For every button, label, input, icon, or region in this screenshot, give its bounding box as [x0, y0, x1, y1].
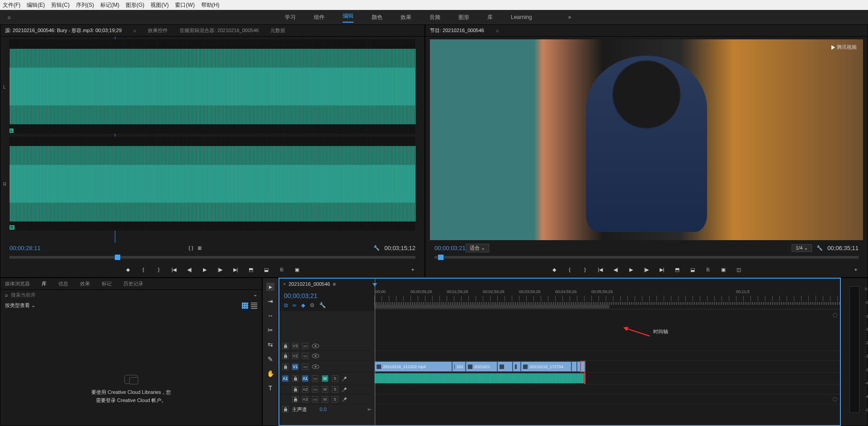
- go-out-icon[interactable]: ▶|: [232, 267, 239, 273]
- tab-effect-controls[interactable]: 效果控件: [148, 27, 168, 34]
- tab-effects[interactable]: 效果: [80, 280, 90, 287]
- a3-toggle[interactable]: ▭: [312, 396, 318, 402]
- v3-lock[interactable]: [282, 343, 288, 349]
- p-extract-icon[interactable]: ⬓: [689, 267, 696, 273]
- ws-assembly[interactable]: 组件: [314, 14, 325, 21]
- track-v2[interactable]: V2: [292, 353, 298, 359]
- home-icon[interactable]: ⌂: [0, 14, 18, 20]
- tab-menu-icon[interactable]: ≡: [133, 28, 136, 33]
- v2-lock[interactable]: [282, 353, 288, 359]
- a1-toggle[interactable]: ▭: [312, 375, 318, 382]
- menu-edit[interactable]: 编辑(E): [27, 1, 45, 9]
- step-back-icon[interactable]: ◀|: [186, 267, 193, 273]
- track-v3-lane[interactable]: [374, 341, 840, 351]
- menu-window[interactable]: 窗口(W): [175, 1, 194, 9]
- menu-sequence[interactable]: 序列(S): [76, 1, 94, 9]
- source-timecode-current[interactable]: 00;00;28;11: [9, 245, 41, 251]
- p-go-out-icon[interactable]: ▶|: [658, 267, 665, 273]
- p-camera-icon[interactable]: ◫: [735, 267, 742, 273]
- tab-media-browser[interactable]: 媒体浏览器: [5, 280, 30, 287]
- add-marker-tl-icon[interactable]: ◆: [301, 302, 305, 308]
- v2-eye-icon[interactable]: [312, 354, 319, 358]
- tl-wrench-icon[interactable]: 🔧: [319, 302, 326, 308]
- ws-edit[interactable]: 编辑: [343, 12, 354, 23]
- slip-tool-icon[interactable]: ⇆: [266, 341, 274, 349]
- video-clip-0[interactable]: 20210216_212202.mp4: [374, 361, 452, 372]
- grid-view-icon[interactable]: [242, 303, 248, 309]
- track-v3[interactable]: V3: [292, 343, 298, 349]
- sequence-close-icon[interactable]: ×: [283, 281, 286, 287]
- track-a1[interactable]: A1: [302, 375, 308, 382]
- sequence-name[interactable]: 20210216_000546: [288, 281, 330, 287]
- master-expand-icon[interactable]: ⇤: [368, 407, 372, 412]
- menu-clip[interactable]: 剪辑(C): [51, 1, 70, 9]
- tab-history[interactable]: 历史记录: [123, 280, 143, 287]
- src-a1[interactable]: A1: [282, 375, 288, 382]
- ws-effects[interactable]: 效果: [401, 14, 411, 21]
- tab-info[interactable]: 信息: [58, 280, 68, 287]
- ripple-tool-icon[interactable]: ↔: [266, 312, 274, 320]
- p-export-icon[interactable]: ⎘: [704, 267, 712, 272]
- menu-graphics[interactable]: 图形(G): [126, 1, 144, 9]
- timeline-playhead[interactable]: [375, 279, 375, 425]
- track-a3-lane[interactable]: [374, 394, 840, 404]
- tab-markers[interactable]: 标记: [102, 280, 112, 287]
- tab-libraries[interactable]: 库: [42, 280, 47, 287]
- camera-icon[interactable]: ▣: [293, 267, 301, 273]
- a3-solo[interactable]: S: [332, 396, 338, 402]
- master-value[interactable]: 0.0: [320, 407, 326, 412]
- video-clip-4[interactable]: [513, 361, 521, 372]
- view-by-select[interactable]: 按类型查看 ⌄: [5, 302, 35, 309]
- library-search-input[interactable]: [11, 292, 250, 298]
- list-view-icon[interactable]: [251, 303, 257, 309]
- a1-solo[interactable]: S: [332, 375, 338, 382]
- source-scrub-thumb[interactable]: [115, 255, 120, 260]
- track-v2-lane[interactable]: [374, 351, 840, 361]
- p-step-back-icon[interactable]: ◀|: [612, 267, 619, 273]
- menu-file[interactable]: 文件(F): [3, 1, 20, 9]
- v3-eye-icon[interactable]: [312, 344, 319, 348]
- snap-icon[interactable]: ⧉: [284, 302, 288, 308]
- p-go-in-icon[interactable]: |◀: [597, 267, 604, 273]
- export-frame-icon[interactable]: ⎘: [278, 267, 285, 272]
- v3-toggle[interactable]: ▭: [302, 343, 308, 349]
- timeline-tracks[interactable]: 20210216_212202.mp4202202102120210216_17…: [374, 311, 840, 425]
- ws-audio[interactable]: 音频: [429, 14, 440, 21]
- video-clip-2[interactable]: 2021021: [466, 361, 497, 372]
- menu-marker[interactable]: 标记(M): [100, 1, 119, 9]
- selection-tool-icon[interactable]: ▸: [266, 283, 274, 291]
- hand-tool-icon[interactable]: ✋: [266, 369, 274, 378]
- a2-toggle[interactable]: ▭: [312, 386, 318, 393]
- overwrite-icon[interactable]: ⬓: [263, 267, 270, 273]
- master-lock[interactable]: [282, 406, 288, 412]
- source-scrub-bar[interactable]: [0, 253, 425, 262]
- search-dropdown-icon[interactable]: ⌄: [253, 292, 257, 298]
- audio-clip-a1[interactable]: [374, 373, 584, 383]
- video-clip-6[interactable]: [571, 361, 577, 372]
- timeline-timecode[interactable]: 00;00;03;21: [284, 292, 370, 299]
- tl-scroll-top[interactable]: [833, 313, 837, 317]
- ws-learn[interactable]: 学习: [285, 14, 296, 21]
- a2-solo[interactable]: S: [332, 386, 338, 393]
- p-compare-icon[interactable]: ▣: [720, 267, 727, 273]
- a2-lock[interactable]: [292, 386, 298, 393]
- sequence-menu-icon[interactable]: ≡: [333, 281, 335, 287]
- program-scrub-thumb[interactable]: [438, 255, 443, 260]
- video-clip-8[interactable]: [580, 361, 585, 372]
- a1-mic-icon[interactable]: [342, 376, 347, 381]
- mark-out-icon[interactable]: }: [155, 267, 162, 272]
- program-video[interactable]: 腾讯视频: [430, 39, 863, 240]
- add-marker-icon[interactable]: ◆: [124, 267, 132, 273]
- v1-lock[interactable]: [282, 364, 288, 370]
- a1-mute[interactable]: M: [322, 375, 328, 382]
- ws-color[interactable]: 颜色: [372, 14, 382, 21]
- tab-metadata[interactable]: 元数据: [270, 27, 285, 34]
- ws-libraries[interactable]: 库: [487, 14, 493, 21]
- insert-icon[interactable]: ⬒: [247, 267, 255, 273]
- menu-help[interactable]: 帮助(H): [201, 1, 220, 9]
- video-clip-1[interactable]: 202: [452, 361, 466, 372]
- v1-toggle[interactable]: ▭: [302, 364, 308, 370]
- step-fwd-icon[interactable]: |▶: [217, 267, 224, 273]
- main-menu[interactable]: 文件(F) 编辑(E) 剪辑(C) 序列(S) 标记(M) 图形(G) 视图(V…: [0, 0, 868, 10]
- video-clip-3[interactable]: [497, 361, 513, 372]
